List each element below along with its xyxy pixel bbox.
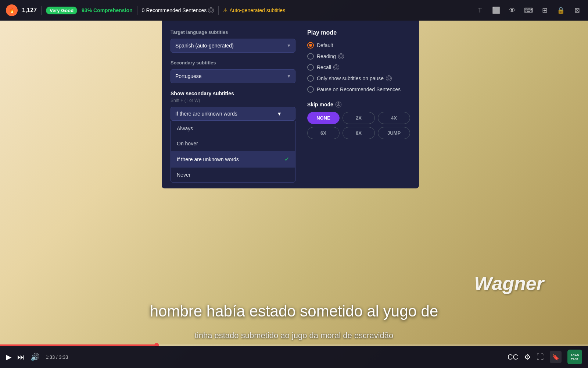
- cc-button[interactable]: CC: [508, 353, 518, 361]
- keyboard-icon[interactable]: ⌨: [523, 5, 534, 15]
- subtitle-primary: hombre había estado sometido al yugo de: [0, 302, 588, 320]
- radio-btn-pause-recommended: [307, 86, 314, 93]
- play-mode-radio-group: Default Reading ⓘ Recall ⓘ Only show: [307, 42, 410, 93]
- option-always-label: Always: [177, 125, 193, 131]
- radio-item-default[interactable]: Default: [307, 42, 410, 49]
- option-never-label: Never: [177, 172, 190, 178]
- dropdown-option-never[interactable]: Never: [171, 167, 295, 182]
- option-on-hover-label: On hover: [177, 141, 198, 146]
- radio-item-reading[interactable]: Reading ⓘ: [307, 53, 410, 60]
- recommended-count: 0: [142, 7, 145, 13]
- warning-icon: ⚠: [223, 7, 228, 13]
- play-button[interactable]: ▶: [6, 353, 11, 361]
- top-bar: 🔥 1,127 Very Good 93% Comprehension 0 Re…: [0, 0, 588, 21]
- show-secondary-dropdown: If there are unknown words ▼ Always On h…: [171, 107, 295, 121]
- comprehension-display: 93% Comprehension: [82, 7, 133, 13]
- auto-generated-label: ⚠ Auto-generated subtitles: [223, 7, 285, 13]
- skip-mode-title: Skip mode ⓘ: [307, 102, 410, 107]
- skip-buttons-grid: NONE 2X 4X 6X 8X JUMP: [307, 112, 410, 139]
- play-mode-title: Play mode: [307, 29, 410, 36]
- dropdown-menu: Always On hover If there are unknown wor…: [171, 121, 295, 183]
- radio-label-reading: Reading ⓘ: [317, 53, 344, 59]
- text-icon[interactable]: T: [475, 5, 485, 15]
- radio-item-only-show[interactable]: Only show subtitles on pause ⓘ: [307, 75, 410, 82]
- target-lang-label: Target language subtitles: [171, 29, 295, 35]
- target-lang-select-wrapper: Spanish (auto-generated) ▼: [171, 39, 295, 53]
- badge-very-good: Very Good: [46, 7, 77, 14]
- dropdown-option-on-hover[interactable]: On hover: [171, 136, 295, 151]
- word-count: 1,127: [22, 7, 37, 14]
- radio-btn-reading: [307, 53, 314, 60]
- skip-btn-8x[interactable]: 8X: [343, 127, 375, 139]
- time-display: 1:33 / 3:33: [46, 354, 68, 360]
- radio-item-recall[interactable]: Recall ⓘ: [307, 64, 410, 71]
- academia-logo: ACADPLAY: [567, 350, 582, 364]
- radio-btn-only-show: [307, 75, 314, 82]
- divider2: [137, 6, 137, 15]
- target-lang-select[interactable]: Spanish (auto-generated): [171, 39, 295, 53]
- reading-info-icon[interactable]: ⓘ: [338, 53, 344, 59]
- divider: [41, 6, 42, 15]
- skip-btn-2x[interactable]: 2X: [343, 112, 375, 124]
- skip-mode-info-icon[interactable]: ⓘ: [336, 102, 341, 107]
- recommended-label: Recommended Sentences: [146, 7, 207, 13]
- controls-right: CC ⚙ ⛶ 🔖 ACADPLAY: [508, 350, 582, 364]
- dropdown-option-always[interactable]: Always: [171, 121, 295, 136]
- dropdown-trigger[interactable]: If there are unknown words ▼: [171, 107, 295, 121]
- comprehension-label: Comprehension: [93, 7, 133, 13]
- radio-btn-default: [307, 42, 314, 49]
- fullscreen-button[interactable]: ⛶: [537, 353, 544, 361]
- settings-button[interactable]: ⚙: [524, 353, 531, 361]
- radio-label-default: Default: [317, 42, 333, 48]
- only-show-info-icon[interactable]: ⓘ: [386, 75, 392, 81]
- recommended-sentences: 0 Recommended Sentences ⓘ: [142, 7, 214, 13]
- dropdown-arrow: ▼: [277, 111, 282, 117]
- show-secondary-shortcut: Shift + (↑ or W): [171, 98, 295, 103]
- volume-button[interactable]: 🔊: [31, 353, 40, 361]
- divider3: [218, 6, 219, 15]
- dropdown-option-unknown-words[interactable]: If there are unknown words ✓: [171, 151, 295, 167]
- recall-info-icon[interactable]: ⓘ: [333, 64, 339, 70]
- subtitle-secondary: tinha estado submetido ao jugo da moral …: [0, 331, 588, 340]
- bookmark-icon[interactable]: 🔖: [550, 351, 562, 363]
- radio-label-pause-recommended: Pause on Recommended Sentences: [317, 86, 401, 92]
- checkmark-icon: ✓: [284, 156, 289, 163]
- next-button[interactable]: ⏭: [17, 353, 25, 361]
- comprehension-percent: 93%: [82, 7, 92, 13]
- skip-btn-none[interactable]: NONE: [307, 112, 340, 124]
- settings-panel: Target language subtitles Spanish (auto-…: [162, 21, 419, 188]
- show-secondary-title: Show secondary subtitles: [171, 91, 295, 96]
- secondary-lang-select-wrapper: Portuguese ▼: [171, 69, 295, 83]
- settings-left: Target language subtitles Spanish (auto-…: [171, 29, 295, 180]
- eye-icon[interactable]: 👁: [507, 5, 517, 15]
- app-logo: 🔥: [6, 4, 18, 16]
- wagner-background-text: Wagner: [474, 272, 544, 294]
- option-unknown-words-label: If there are unknown words: [177, 156, 239, 162]
- radio-label-recall: Recall ⓘ: [317, 64, 339, 70]
- radio-item-pause-recommended[interactable]: Pause on Recommended Sentences: [307, 86, 410, 93]
- dropdown-current-value: If there are unknown words: [175, 111, 237, 117]
- recommended-info-icon[interactable]: ⓘ: [208, 7, 214, 13]
- secondary-lang-select[interactable]: Portuguese: [171, 69, 295, 83]
- layout-icon[interactable]: ⊞: [539, 5, 550, 15]
- skip-btn-6x[interactable]: 6X: [307, 127, 340, 139]
- skip-btn-4x[interactable]: 4X: [378, 112, 410, 124]
- cc-icon[interactable]: ⬜: [491, 5, 501, 15]
- skip-btn-jump[interactable]: JUMP: [378, 127, 410, 139]
- secondary-lang-label: Secondary subtitles: [171, 60, 295, 66]
- lock-icon[interactable]: 🔒: [556, 5, 566, 15]
- radio-btn-recall: [307, 64, 314, 71]
- settings-right: Play mode Default Reading ⓘ Recall ⓘ: [307, 29, 410, 180]
- external-icon[interactable]: ⊠: [572, 5, 582, 15]
- player-controls: ▶ ⏭ 🔊 1:33 / 3:33 CC ⚙ ⛶ 🔖 ACADPLAY: [0, 346, 588, 368]
- radio-label-only-show: Only show subtitles on pause ⓘ: [317, 75, 392, 81]
- toolbar-icons: T ⬜ 👁 ⌨ ⊞ 🔒 ⊠: [475, 5, 582, 15]
